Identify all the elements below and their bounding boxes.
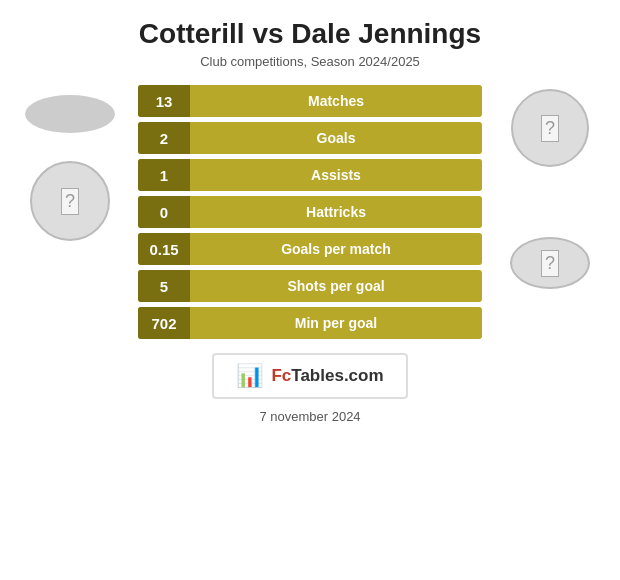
stat-value: 1 bbox=[138, 159, 190, 191]
stat-value: 0.15 bbox=[138, 233, 190, 265]
stat-row: 702Min per goal bbox=[138, 307, 482, 339]
stat-row: 1Assists bbox=[138, 159, 482, 191]
main-content: ? 13Matches2Goals1Assists0Hattricks0.15G… bbox=[0, 85, 620, 339]
stats-column: 13Matches2Goals1Assists0Hattricks0.15Goa… bbox=[130, 85, 490, 339]
right-player-avatars: ? ? bbox=[490, 85, 610, 289]
stat-row: 2Goals bbox=[138, 122, 482, 154]
stat-row: 0.15Goals per match bbox=[138, 233, 482, 265]
stat-label: Matches bbox=[190, 93, 482, 109]
page-title: Cotterill vs Dale Jennings bbox=[139, 18, 481, 50]
stat-value: 0 bbox=[138, 196, 190, 228]
page-subtitle: Club competitions, Season 2024/2025 bbox=[200, 54, 420, 69]
left-player-avatars: ? bbox=[10, 85, 130, 241]
stat-value: 2 bbox=[138, 122, 190, 154]
stat-label: Hattricks bbox=[190, 204, 482, 220]
brand-box: 📊 FcTables.com bbox=[212, 353, 407, 399]
left-avatar-top bbox=[25, 95, 115, 133]
brand-chart-icon: 📊 bbox=[236, 363, 263, 389]
stat-row: 13Matches bbox=[138, 85, 482, 117]
stat-label: Goals bbox=[190, 130, 482, 146]
brand-name: FcTables.com bbox=[271, 366, 383, 386]
right-player-icon-top: ? bbox=[541, 115, 559, 142]
stat-value: 5 bbox=[138, 270, 190, 302]
stat-label: Goals per match bbox=[190, 241, 482, 257]
footer-date: 7 november 2024 bbox=[259, 409, 360, 424]
stat-row: 5Shots per goal bbox=[138, 270, 482, 302]
stat-value: 13 bbox=[138, 85, 190, 117]
page-wrapper: Cotterill vs Dale Jennings Club competit… bbox=[0, 0, 620, 580]
right-avatar-bottom: ? bbox=[510, 237, 590, 289]
stat-value: 702 bbox=[138, 307, 190, 339]
left-avatar-mid: ? bbox=[30, 161, 110, 241]
stat-row: 0Hattricks bbox=[138, 196, 482, 228]
stat-label: Assists bbox=[190, 167, 482, 183]
right-player-icon-bottom: ? bbox=[541, 250, 559, 277]
left-player-icon: ? bbox=[61, 188, 79, 215]
right-avatar-top: ? bbox=[511, 89, 589, 167]
stat-label: Min per goal bbox=[190, 315, 482, 331]
stat-label: Shots per goal bbox=[190, 278, 482, 294]
